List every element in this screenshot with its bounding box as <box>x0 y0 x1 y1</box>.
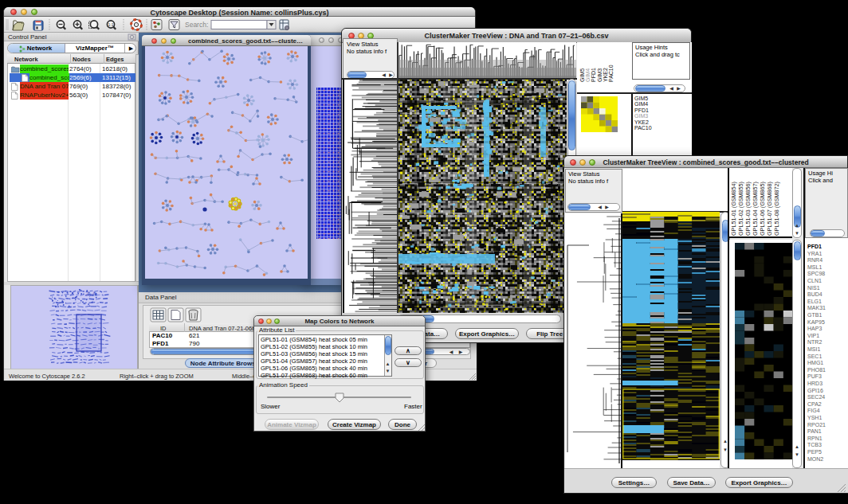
svg-text:PFD1: PFD1 <box>591 68 596 82</box>
svg-text:GPL51-01 (GSM854): GPL51-01 (GSM854) <box>730 182 737 236</box>
svg-text:Search:: Search: <box>185 21 208 29</box>
svg-text:GPL51-06 (GSM865): GPL51-06 (GSM865) <box>759 182 766 236</box>
svg-text:GPL51-07 (GSM868): GPL51-07 (GSM868) <box>766 182 773 236</box>
svg-text:GPL51-02 (GSM855): GPL51-02 (GSM855) <box>737 182 744 236</box>
svg-text:PAC10: PAC10 <box>608 64 614 82</box>
svg-text:GIM5: GIM5 <box>579 68 585 82</box>
svg-text:GPL51-03 (GSM856): GPL51-03 (GSM856) <box>744 182 752 236</box>
svg-text:GPL51-08 (GSM872): GPL51-08 (GSM872) <box>773 182 780 236</box>
svg-text:1:1: 1:1 <box>108 22 114 27</box>
svg-text:GIM3: GIM3 <box>597 68 603 82</box>
svg-text:YKE2: YKE2 <box>603 68 608 82</box>
svg-text:GPL51-04 (GSM857): GPL51-04 (GSM857) <box>752 182 759 236</box>
svg-text:GIM4: GIM4 <box>585 68 591 82</box>
